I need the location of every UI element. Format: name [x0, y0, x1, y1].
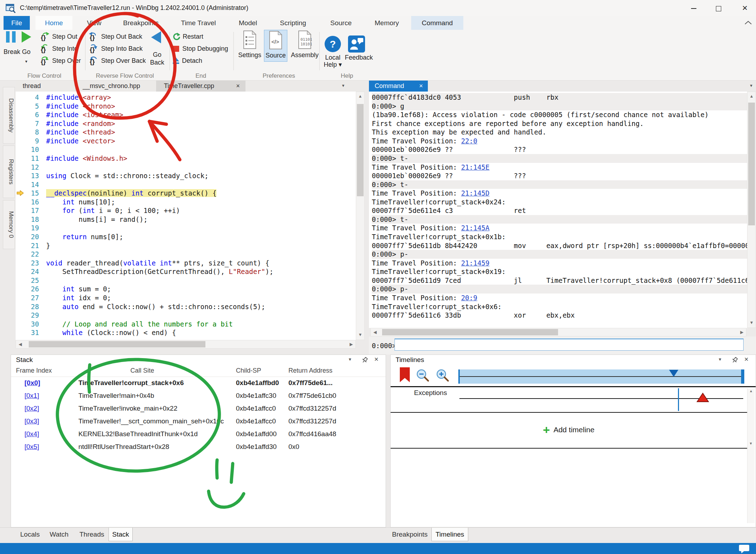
- command-hscroll-thumb[interactable]: [382, 329, 558, 335]
- restart-button[interactable]: Restart: [172, 31, 203, 42]
- tab-timelines-active[interactable]: Timelines: [431, 528, 468, 541]
- time-travel-position-link[interactable]: 22:0: [461, 137, 478, 145]
- zoom-out-icon[interactable]: [416, 369, 430, 383]
- scroll-left-icon[interactable]: ◀: [371, 328, 379, 336]
- command-vscrollbar[interactable]: ▲ ▼: [747, 92, 756, 328]
- tab-locals[interactable]: Locals: [20, 528, 40, 541]
- step-into-button[interactable]: {} Step Into: [40, 43, 78, 54]
- close-button[interactable]: ×: [735, 0, 755, 16]
- go-back-button[interactable]: Go Back: [149, 31, 165, 43]
- maximize-button[interactable]: [709, 0, 728, 16]
- command-tab-close-icon[interactable]: ×: [419, 81, 423, 92]
- doc-tab-msvc-chrono[interactable]: __msvc_chrono.hpp: [76, 81, 156, 92]
- doc-tab-timetraveller-active[interactable]: TimeTraveller.cpp ×: [156, 81, 245, 92]
- code-gutter[interactable]: [16, 189, 26, 198]
- stack-pane-menu-icon[interactable]: ▾: [349, 356, 351, 362]
- stack-frame-row[interactable]: [0x0]TimeTraveller!corrupt_stack+0x60xb4…: [11, 377, 386, 389]
- source-button[interactable]: </> Source: [264, 30, 287, 62]
- break-button[interactable]: Break: [4, 31, 19, 43]
- scroll-down-icon[interactable]: ▼: [747, 441, 754, 446]
- scroll-up-icon[interactable]: ▲: [747, 388, 755, 394]
- collapse-ribbon-chevron-icon[interactable]: [744, 21, 752, 25]
- editor-vscrollbar[interactable]: ▲ ▼: [356, 92, 365, 340]
- assembly-button[interactable]: 01101 10101 Assembly: [289, 31, 320, 59]
- timelines-vscrollbar[interactable]: ▲ ▼: [747, 388, 755, 523]
- minimize-button[interactable]: [684, 0, 703, 16]
- zoom-in-icon[interactable]: [436, 369, 450, 383]
- tab-breakpoints-bottom[interactable]: Breakpoints: [392, 528, 427, 541]
- tab-source[interactable]: Source: [330, 16, 352, 30]
- local-help-button[interactable]: ? Local Help ▾: [322, 35, 343, 68]
- exception-marker-icon[interactable]: [696, 393, 709, 402]
- sidetab-memory-0[interactable]: Memory 0: [3, 200, 15, 249]
- tab-command[interactable]: Command: [411, 16, 463, 30]
- tab-view[interactable]: View: [87, 16, 101, 30]
- editor-hscrollbar[interactable]: ◀ ▶: [16, 340, 356, 349]
- tab-home[interactable]: Home: [35, 16, 72, 30]
- stack-pin-icon[interactable]: [362, 357, 368, 363]
- scroll-up-icon[interactable]: ▲: [747, 92, 756, 100]
- stack-frame-row[interactable]: [0x4]KERNEL32!BaseThreadInitThunk+0x1d0x…: [11, 428, 386, 440]
- feedback-bubble-icon[interactable]: [739, 544, 750, 554]
- frame-index-link[interactable]: [0x3]: [24, 415, 39, 428]
- tab-watch[interactable]: Watch: [50, 528, 68, 541]
- timelines-pane-menu-icon[interactable]: ▾: [719, 356, 721, 362]
- frame-index-link[interactable]: [0x1]: [24, 389, 39, 402]
- timelines-pin-icon[interactable]: [732, 357, 738, 363]
- command-pane-menu-icon[interactable]: ▼: [749, 83, 753, 88]
- step-into-back-button[interactable]: {} Step Into Back: [89, 43, 143, 54]
- timelines-pane-close-icon[interactable]: ×: [744, 355, 749, 363]
- step-out-button[interactable]: {} Step Out: [40, 31, 77, 42]
- stack-col-call-site[interactable]: Call Site: [107, 365, 178, 377]
- scroll-down-icon[interactable]: ▼: [356, 330, 364, 339]
- doc-tab-thread[interactable]: thread: [16, 81, 76, 92]
- tab-model[interactable]: Model: [239, 16, 257, 30]
- time-travel-position-link[interactable]: 21:145A: [461, 224, 490, 232]
- command-output[interactable]: 00007ffc`d4183dc0 4053 push rbx0:000> g(…: [369, 92, 756, 328]
- timeline-overview-bar[interactable]: [458, 369, 744, 384]
- time-travel-position-link[interactable]: 20:9: [461, 294, 478, 302]
- command-hscrollbar[interactable]: ◀ ▶: [370, 328, 746, 336]
- tab-memory[interactable]: Memory: [375, 16, 399, 30]
- tab-file[interactable]: File: [4, 16, 30, 30]
- scroll-down-icon[interactable]: ▼: [747, 318, 756, 327]
- frame-index-link[interactable]: [0x2]: [24, 402, 39, 415]
- stack-col-return-address[interactable]: Return Address: [288, 365, 332, 377]
- sidetab-disassembly[interactable]: Disassembly: [3, 87, 15, 144]
- step-out-back-button[interactable]: {} Step Out Back: [89, 31, 142, 42]
- command-vscroll-thumb[interactable]: [748, 103, 755, 225]
- command-pane-tab[interactable]: Command ×: [369, 81, 428, 92]
- timeline-position-marker-icon[interactable]: [669, 370, 678, 377]
- add-timeline-button[interactable]: +Add timeline: [391, 418, 747, 441]
- tab-breakpoints[interactable]: Breakpoints: [123, 16, 159, 30]
- step-over-button[interactable]: {} Step Over: [40, 55, 81, 66]
- stack-frame-row[interactable]: [0x5]ntdll!RtlUserThreadStart+0x280xb4e1…: [11, 440, 386, 453]
- scroll-up-icon[interactable]: ▲: [356, 92, 364, 100]
- doc-tab-close-icon[interactable]: ×: [236, 81, 240, 92]
- settings-button[interactable]: Settings: [237, 31, 263, 59]
- detach-button[interactable]: Detach: [172, 55, 202, 66]
- stack-frame-row[interactable]: [0x1]TimeTraveller!main+0x4b0xb4e1affc30…: [11, 389, 386, 402]
- stack-col-frame-index[interactable]: Frame Index: [16, 365, 52, 377]
- go-button[interactable]: Go: [19, 31, 33, 43]
- step-over-back-button[interactable]: {} Step Over Back: [89, 55, 146, 66]
- title-bar[interactable]: C:\temp\timetravel\TimeTraveller12.run -…: [0, 0, 756, 16]
- time-travel-position-link[interactable]: 21:145D: [461, 189, 490, 197]
- editor-vscroll-thumb[interactable]: [357, 104, 364, 196]
- time-travel-position-link[interactable]: 21:1459: [461, 259, 490, 267]
- frame-index-link[interactable]: [0x5]: [24, 440, 39, 453]
- command-input[interactable]: [394, 339, 744, 351]
- bookmark-icon[interactable]: [400, 367, 410, 383]
- stack-frame-row[interactable]: [0x3]TimeTraveller!__scrt_common_main_se…: [11, 415, 386, 428]
- go-dropdown-caret-icon[interactable]: ▾: [19, 59, 33, 64]
- editor-hscroll-thumb[interactable]: [29, 341, 205, 347]
- frame-index-link[interactable]: [0x4]: [24, 428, 39, 440]
- editor-pane-menu-icon[interactable]: ▼: [341, 83, 345, 88]
- scroll-left-icon[interactable]: ◀: [17, 340, 24, 348]
- stack-frame-row[interactable]: [0x2]TimeTraveller!invoke_main+0x220xb4e…: [11, 402, 386, 415]
- stack-col-child-sp[interactable]: Child-SP: [236, 365, 261, 377]
- stack-pane-close-icon[interactable]: ×: [374, 355, 379, 363]
- frame-index-link[interactable]: [0x0]: [24, 377, 40, 389]
- scroll-right-icon[interactable]: ▶: [348, 340, 355, 348]
- tab-stack-active[interactable]: Stack: [109, 528, 133, 541]
